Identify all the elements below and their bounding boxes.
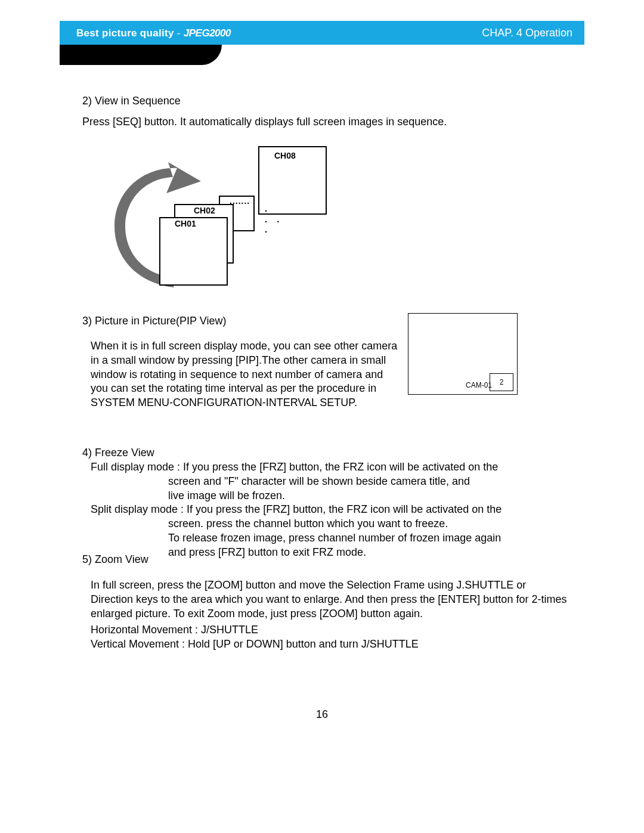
- s5-horizontal: Horizontal Movement : J/SHUTTLE: [91, 623, 568, 637]
- pip-small-window: 2: [490, 373, 513, 391]
- diagram-bigdots: · · · ·: [264, 205, 282, 237]
- section-5-extra: Horizontal Movement : J/SHUTTLE Vertical…: [91, 623, 568, 652]
- s4-line5: screen. press the channel button which y…: [91, 517, 556, 531]
- pip-preview-box: CAM-01 2: [408, 313, 518, 395]
- header-title: Best picture quality - JPEG2000: [76, 27, 231, 39]
- diagram-label-ch08: CH08: [274, 151, 296, 160]
- sequence-diagram: CH08 ....... CH02 CH01 · · · ·: [112, 142, 392, 297]
- chapter-label: CHAP. 4 Operation: [482, 27, 572, 39]
- section-2-title: 2) View in Sequence: [82, 94, 572, 109]
- header-tagline: Best picture quality: [76, 27, 174, 39]
- s4-line2: screen and "F" character will be shown b…: [91, 475, 556, 489]
- section-2-body: Press [SEQ] button. It automatically dis…: [82, 115, 572, 129]
- s5-vertical: Vertical Movement : Hold [UP or DOWN] bu…: [91, 637, 568, 652]
- manual-page: Best picture quality - JPEG2000 CHAP. 4 …: [0, 0, 644, 833]
- section-4-title: 4) Freeze View: [82, 446, 572, 460]
- header-pill: [60, 45, 222, 65]
- section-4-body: Full display mode : If you press the [FR…: [91, 460, 556, 559]
- diagram-label-dots: .......: [230, 196, 250, 206]
- s4-line4: Split display mode : If you press the [F…: [91, 503, 556, 517]
- page-number: 16: [0, 708, 644, 721]
- section-5-body: In full screen, press the [ZOOM] button …: [91, 578, 568, 621]
- s4-line3: live image will be frozen.: [91, 489, 556, 503]
- header-bar: Best picture quality - JPEG2000 CHAP. 4 …: [60, 21, 584, 45]
- header-dash: -: [174, 27, 184, 39]
- s4-line6: To release frozen image, press channel n…: [91, 531, 556, 546]
- section-5-title: 5) Zoom View: [82, 553, 572, 567]
- s4-line1: Full display mode : If you press the [FR…: [91, 460, 556, 475]
- header-logo: JPEG2000: [184, 27, 231, 39]
- pip-camera-label: CAM-01: [466, 381, 492, 389]
- section-3-body: When it is in full screen display mode, …: [91, 339, 401, 410]
- diagram-label-ch01: CH01: [175, 219, 196, 228]
- diagram-label-ch02: CH02: [194, 206, 215, 215]
